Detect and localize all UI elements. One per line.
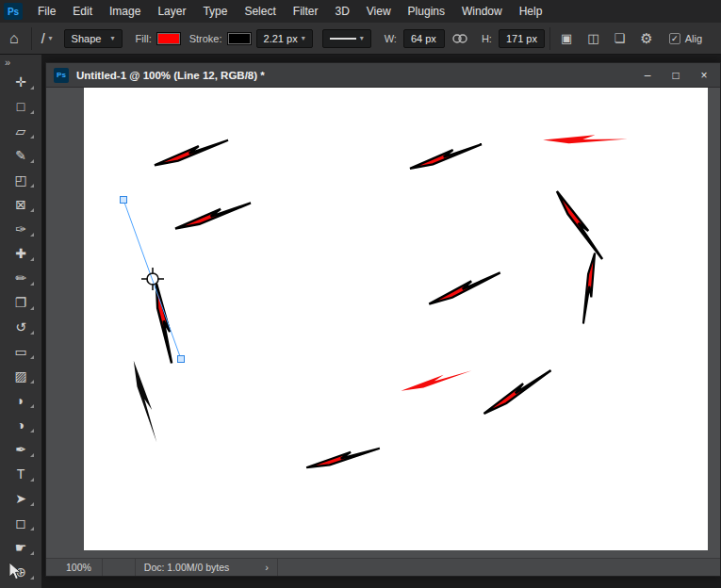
quick-selection-tool[interactable]: ✎ [0,143,41,168]
width-label: W: [385,33,397,44]
chevron-down-icon: ▾ [49,34,53,42]
zoom-level-field[interactable]: 100% [56,559,103,576]
path-arrangement-icon[interactable]: ❏ [607,31,633,45]
window-controls: – □ × [633,63,718,88]
menu-type[interactable]: Type [194,0,236,23]
path-selection-tool[interactable]: ➤ [0,486,41,511]
menu-plugins[interactable]: Plugins [400,0,453,23]
collapse-panel-chevron[interactable]: » [0,55,41,70]
maximize-button[interactable]: □ [662,63,690,88]
menu-select[interactable]: Select [236,0,284,23]
menu-filter[interactable]: Filter [285,0,327,23]
chevron-down-icon: ▾ [360,34,364,42]
clone-stamp-tool-icon: ❐ [15,296,27,309]
line-tool-preset-button[interactable]: / ▾ [35,31,59,46]
stroke-width-select[interactable]: 2.21 px ▾ [256,29,313,48]
blur-tool-icon: ◗ [17,394,25,407]
close-button[interactable]: × [690,63,718,88]
mouse-cursor-icon [8,562,23,581]
stroke-color-swatch[interactable] [227,32,252,45]
line-tool-icon: / [41,31,45,46]
height-input[interactable]: 171 px [499,29,545,48]
document-window: Ps Untitled-1 @ 100% (Line 12, RGB/8) * … [45,62,721,577]
hand-tool-icon: ☛ [15,541,27,554]
link-dimensions-icon[interactable] [451,33,468,44]
tool-mode-select[interactable]: Shape ▾ [64,29,123,48]
stroke-width-value: 2.21 px [264,33,298,44]
doc-size-info[interactable]: Doc: 1.00M/0 bytes › [135,559,278,576]
minimize-button[interactable]: – [633,63,662,88]
tool-list: ✛□▱✎◰⊠✑✚✏❐↺▭▨◗◑✒T➤◻☛⊕ [0,70,41,584]
path-alignment-icon[interactable]: ◫ [580,31,606,45]
frame-tool[interactable]: ⊠ [0,192,41,217]
menu-layer[interactable]: Layer [149,0,194,23]
height-label: H: [482,33,492,44]
menu-view[interactable]: View [358,0,400,23]
crop-tool[interactable]: ◰ [0,168,41,192]
zoom-level-value: 100% [66,562,91,573]
rectangular-marquee-tool-icon: □ [17,100,25,113]
eyedropper-tool-icon: ✑ [15,222,26,236]
eraser-tool[interactable]: ▭ [0,339,41,364]
path-operations-icon[interactable]: ▣ [553,31,580,45]
rectangle-tool-icon: ◻ [15,516,26,530]
menu-edit[interactable]: Edit [64,0,101,23]
photoshop-app: Ps FileEditImageLayerTypeSelectFilter3DV… [0,0,721,588]
fill-color-swatch[interactable] [156,32,181,45]
pen-tool-icon: ✒ [15,443,26,456]
width-input[interactable]: 64 px [403,29,445,48]
align-edges-checkbox[interactable]: ✓ Alig [669,33,702,44]
separator [31,27,32,50]
move-tool[interactable]: ✛ [0,70,41,94]
menu-bar: Ps FileEditImageLayerTypeSelectFilter3DV… [0,0,721,23]
path-selection-tool-icon: ➤ [15,492,26,505]
quick-selection-tool-icon: ✎ [15,149,26,162]
gradient-tool[interactable]: ▨ [0,364,41,388]
shape-settings-gear-icon[interactable]: ⚙ [632,30,660,47]
type-tool[interactable]: T [0,462,41,486]
chevron-down-icon: ▾ [111,34,115,42]
chevron-down-icon: ▾ [302,34,305,42]
history-brush-tool[interactable]: ↺ [0,315,41,339]
eraser-tool-icon: ▭ [14,345,26,358]
history-brush-tool-icon: ↺ [15,320,26,334]
menu-help[interactable]: Help [511,0,551,23]
polygonal-lasso-tool[interactable]: ▱ [0,119,41,143]
status-expand-chevron-icon[interactable]: › [265,562,269,573]
stroke-style-select[interactable]: ▾ [322,29,371,48]
menu-file[interactable]: File [29,0,64,23]
clone-stamp-tool[interactable]: ❐ [0,290,41,315]
document-ps-badge-icon: Ps [54,68,69,83]
checkbox-check-icon: ✓ [669,33,680,44]
canvas-page[interactable] [84,88,708,550]
spot-healing-brush-tool[interactable]: ✚ [0,241,41,266]
pen-tool[interactable]: ✒ [0,437,41,462]
spot-healing-brush-tool-icon: ✚ [15,247,26,260]
polygonal-lasso-tool-icon: ▱ [16,124,26,138]
menu-3d[interactable]: 3D [326,0,357,23]
tools-panel: » ✛□▱✎◰⊠✑✚✏❐↺▭▨◗◑✒T➤◻☛⊕ [0,55,41,588]
brush-tool[interactable]: ✏ [0,266,41,290]
eyedropper-tool[interactable]: ✑ [0,217,41,241]
type-tool-icon: T [17,467,25,481]
hand-tool[interactable]: ☛ [0,535,41,560]
options-bar: ⌂ / ▾ Shape ▾ Fill: Stroke: 2.21 px ▾ ▾ … [0,23,721,55]
pasteboard[interactable] [46,88,720,558]
fill-label: Fill: [136,33,152,44]
blur-tool[interactable]: ◗ [0,388,41,413]
menu-image[interactable]: Image [101,0,149,23]
height-value: 171 px [506,33,537,44]
status-bar: 100% Doc: 1.00M/0 bytes › [46,558,720,576]
stroke-label: Stroke: [189,33,222,44]
align-edges-label: Alig [685,33,702,44]
home-icon[interactable]: ⌂ [0,30,28,47]
solid-line-sample-icon [330,38,356,40]
dodge-tool-icon: ◑ [17,418,25,432]
rectangular-marquee-tool[interactable]: □ [0,94,41,119]
dodge-tool[interactable]: ◑ [0,413,41,437]
tool-mode-value: Shape [72,33,102,44]
menu-window[interactable]: Window [453,0,511,23]
rectangle-tool[interactable]: ◻ [0,511,41,535]
move-tool-icon: ✛ [15,75,26,89]
document-title-bar[interactable]: Ps Untitled-1 @ 100% (Line 12, RGB/8) * … [46,63,720,88]
